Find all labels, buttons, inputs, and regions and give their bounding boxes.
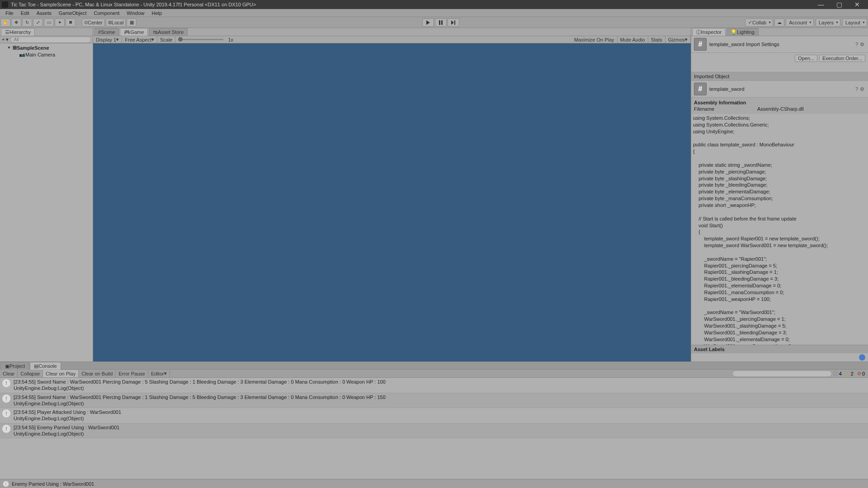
play-button[interactable] xyxy=(422,19,434,27)
hierarchy-search[interactable] xyxy=(10,37,91,43)
filename-label: Filename xyxy=(694,106,757,112)
hand-tool[interactable]: ✋ xyxy=(0,19,10,27)
clear-button[interactable]: Clear xyxy=(0,370,18,377)
menu-component[interactable]: Component xyxy=(90,10,123,16)
move-tool[interactable]: ✥ xyxy=(11,19,21,27)
game-view[interactable] xyxy=(93,43,691,361)
svg-rect-2 xyxy=(441,20,443,25)
log-entry[interactable]: ! [23:54:55] Sword Name : WarSword001 Pi… xyxy=(0,393,868,408)
maximize-toggle[interactable]: Maximize On Play xyxy=(571,36,618,43)
log-entry[interactable]: ! [23:54:55] Player Attacked Using : War… xyxy=(0,408,868,423)
hierarchy-tab[interactable]: ☰ Hierarchy xyxy=(1,28,35,36)
create-dropdown[interactable]: + ▾ xyxy=(2,37,9,42)
custom-tool[interactable]: ✖ xyxy=(66,19,75,27)
pivot-center-toggle[interactable]: ⊙ Center xyxy=(82,19,105,27)
imported-object-label: Imported Object xyxy=(691,72,868,81)
asset-store-tab[interactable]: 🛍 Asset Store xyxy=(149,28,188,36)
script-icon: # xyxy=(694,83,707,95)
console-search[interactable] xyxy=(732,371,832,377)
log-entry[interactable]: ! [23:54:55] Sword Name : WarSword001 Pi… xyxy=(0,378,868,393)
menu-assets[interactable]: Assets xyxy=(33,10,55,16)
lighting-tab[interactable]: 💡 Lighting xyxy=(726,28,759,36)
inspector-tab[interactable]: ⓘ Inspector xyxy=(692,28,726,36)
clear-on-build-button[interactable]: Clear on Build xyxy=(79,370,116,377)
open-button[interactable]: Open... xyxy=(795,55,817,62)
gizmos-dropdown[interactable]: Gizmos ▾ xyxy=(665,36,691,43)
menubar: File Edit Assets GameObject Component Wi… xyxy=(0,9,868,17)
menu-window[interactable]: Window xyxy=(123,10,148,16)
maximize-button[interactable]: ▢ xyxy=(830,0,848,9)
log-entry[interactable]: ! [23:54:55] Enemy Parried Using : WarSw… xyxy=(0,423,868,439)
display-dropdown[interactable]: Display 1 ▾ xyxy=(93,36,122,43)
collab-dropdown[interactable]: ✓ Collab xyxy=(745,19,773,27)
scale-label: Scale xyxy=(157,36,176,43)
gameobject-node[interactable]: 📷 Main Camera xyxy=(0,51,93,58)
scale-slider[interactable] xyxy=(178,39,223,40)
layers-dropdown[interactable]: Layers xyxy=(816,19,840,27)
menu-file[interactable]: File xyxy=(2,10,17,16)
execution-order-button[interactable]: Execution Order... xyxy=(819,55,865,62)
menu-edit[interactable]: Edit xyxy=(17,10,33,16)
clear-on-play-button[interactable]: Clear on Play xyxy=(43,370,79,377)
status-text: Enemy Parried Using : WarSword001 xyxy=(12,481,94,487)
mute-toggle[interactable]: Mute Audio xyxy=(618,36,648,43)
tag-icon[interactable] xyxy=(859,354,865,361)
filename-value: Assembly-CSharp.dll xyxy=(757,106,804,112)
info-icon: ! xyxy=(2,394,11,403)
cloud-button[interactable]: ☁ xyxy=(774,19,784,27)
menu-gameobject[interactable]: GameObject xyxy=(55,10,90,16)
rect-tool[interactable]: ▭ xyxy=(44,19,54,27)
rotate-tool[interactable]: ↻ xyxy=(22,19,32,27)
main-area: ☰ Hierarchy + ▾ ⊞ SampleScene 📷 Main Cam… xyxy=(0,28,868,361)
layout-dropdown[interactable]: Layout xyxy=(842,19,867,27)
bottom-panel: ▣ Project ▤ Console Clear Collapse Clear… xyxy=(0,361,868,488)
settings-icon[interactable]: ⚙ xyxy=(860,86,864,92)
scale-value: 1x xyxy=(226,37,235,42)
scale-tool[interactable]: ⤢ xyxy=(33,19,43,27)
console-body: ! [23:54:55] Sword Name : WarSword001 Pi… xyxy=(0,378,868,479)
minimize-button[interactable]: — xyxy=(812,0,830,9)
asset-labels-header: Asset Labels xyxy=(691,345,868,353)
error-pause-button[interactable]: Error Pause xyxy=(116,370,148,377)
info-icon: ! xyxy=(2,409,11,418)
stats-toggle[interactable]: Stats xyxy=(648,36,665,43)
editor-dropdown[interactable]: Editor ▾ xyxy=(148,370,170,377)
help-icon[interactable]: ? xyxy=(855,42,858,47)
project-tab[interactable]: ▣ Project xyxy=(1,362,29,370)
scene-tab[interactable]: # Scene xyxy=(94,28,119,36)
account-dropdown[interactable]: Account xyxy=(786,19,814,27)
svg-rect-1 xyxy=(439,20,440,25)
import-title: template_sword Import Settings xyxy=(709,42,854,47)
info-icon: ! xyxy=(2,379,11,388)
svg-marker-0 xyxy=(426,20,430,25)
scene-node[interactable]: ⊞ SampleScene xyxy=(0,44,93,51)
snap-toggle[interactable]: ▦ xyxy=(127,19,137,27)
window-title: Tic Tac Toe - SampleScene - PC, Mac & Li… xyxy=(11,2,812,7)
hierarchy-panel: ☰ Hierarchy + ▾ ⊞ SampleScene 📷 Main Cam… xyxy=(0,28,93,361)
close-button[interactable]: ✕ xyxy=(848,0,866,9)
aspect-dropdown[interactable]: Free Aspect ▾ xyxy=(122,36,157,43)
unity-icon xyxy=(2,1,8,8)
collapse-button[interactable]: Collapse xyxy=(18,370,43,377)
step-button[interactable] xyxy=(448,19,459,27)
game-tab[interactable]: 🎮 Game xyxy=(120,28,148,36)
center-panel: # Scene 🎮 Game 🛍 Asset Store Display 1 ▾… xyxy=(93,28,691,361)
info-count-toggle[interactable]: ⓘ4 xyxy=(832,370,843,377)
console-tab[interactable]: ▤ Console xyxy=(30,362,61,370)
object-name: template_sword xyxy=(709,86,854,92)
transform-tool[interactable]: ✦ xyxy=(55,19,65,27)
inspector-panel: ⓘ Inspector 💡 Lighting # template_sword … xyxy=(691,28,868,361)
error-count-toggle[interactable]: ⊘0 xyxy=(856,371,866,376)
pivot-local-toggle[interactable]: ⊞ Local xyxy=(106,19,126,27)
pause-button[interactable] xyxy=(435,19,447,27)
assembly-header: Assembly Information xyxy=(694,100,746,105)
svg-marker-3 xyxy=(451,20,454,25)
warn-count-toggle[interactable]: ⚠2 xyxy=(844,371,855,376)
titlebar: Tic Tac Toe - SampleScene - PC, Mac & Li… xyxy=(0,0,868,9)
menu-help[interactable]: Help xyxy=(148,10,165,16)
toolbar: ✋ ✥ ↻ ⤢ ▭ ✦ ✖ ⊙ Center ⊞ Local ▦ ✓ Colla… xyxy=(0,17,868,28)
hierarchy-tree: ⊞ SampleScene 📷 Main Camera xyxy=(0,43,93,361)
settings-icon[interactable]: ⚙ xyxy=(860,42,864,47)
info-icon: ! xyxy=(3,481,9,487)
help-icon[interactable]: ? xyxy=(855,86,858,92)
